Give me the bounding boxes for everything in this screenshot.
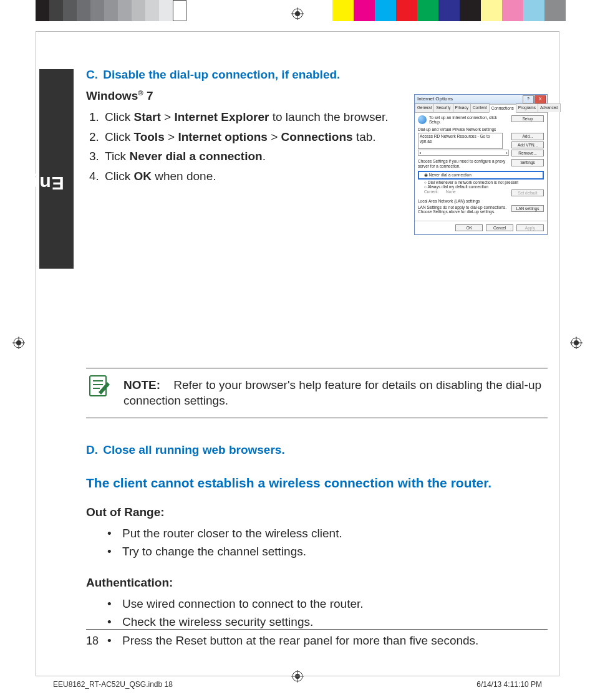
language-tab: English [39, 69, 74, 269]
section-d-heading: D. Close all running web browsers. [86, 443, 548, 457]
tab-advanced[interactable]: Advanced [538, 103, 561, 112]
list-scrollbar[interactable]: ◂▸ [418, 150, 509, 156]
note-box: NOTE: Refer to your browser's help featu… [86, 368, 548, 418]
internet-options-dialog: Internet Options ? X General Security Pr… [414, 94, 548, 235]
radio-dial-when[interactable]: ○ Dial whenever a network connection is … [418, 180, 544, 185]
dialog-tabs: General Security Privacy Content Connect… [415, 103, 547, 112]
authentication-title: Authentication: [86, 576, 548, 590]
wireless-headline: The client cannot establish a wireless c… [86, 476, 548, 491]
tab-general[interactable]: General [415, 103, 434, 112]
tab-programs[interactable]: Programs [516, 103, 538, 112]
registration-mark-icon [12, 337, 25, 349]
dialog-help-btn[interactable]: ? [523, 95, 534, 103]
tab-connections[interactable]: Connections [489, 104, 516, 112]
page-frame: English C. Disable the dial-up connectio… [36, 31, 559, 676]
radio-always-dial[interactable]: ○ Always dial my default connection [418, 185, 544, 189]
page-number: 18 [86, 629, 548, 648]
add-vpn-button[interactable]: Add VPN... [511, 141, 544, 148]
add-button[interactable]: Add... [511, 133, 544, 140]
footer-filename: EEU8162_RT-AC52U_QSG.indb 18 [53, 680, 173, 689]
list-item: Try to change the channel settings. [107, 542, 548, 560]
registration-mark-icon [291, 7, 304, 20]
svg-rect-16 [90, 376, 106, 396]
radio-never-dial[interactable]: ◉ Never dial a connection [418, 171, 544, 179]
language-tab-label: English [0, 173, 64, 194]
set-default-button[interactable]: Set default [511, 189, 544, 196]
cancel-button[interactable]: Cancel [486, 224, 513, 231]
dialog-titlebar: Internet Options ? X [415, 95, 547, 103]
list-item: Use wired connection to connect to the r… [107, 595, 548, 613]
dialog-close-btn[interactable]: X [535, 95, 546, 103]
tab-content[interactable]: Content [470, 103, 490, 112]
step-1: Click Start > Internet Explorer to launc… [102, 109, 395, 125]
settings-button[interactable]: Settings [511, 159, 544, 166]
list-item: Put the router closer to the wireless cl… [107, 524, 548, 542]
setup-button[interactable]: Setup [511, 115, 544, 122]
footer-timestamp: 6/14/13 4:11:10 PM [476, 680, 542, 689]
globe-icon [418, 115, 427, 124]
apply-button[interactable]: Apply [516, 224, 544, 231]
out-of-range-title: Out of Range: [86, 506, 548, 519]
print-footer: EEU8162_RT-AC52U_QSG.indb 18 6/14/13 4:1… [53, 680, 542, 689]
steps-list: Click Start > Internet Explorer to launc… [86, 109, 395, 185]
note-icon [86, 373, 111, 398]
tab-privacy[interactable]: Privacy [453, 103, 471, 112]
remove-button[interactable]: Remove... [511, 150, 544, 156]
out-of-range-list: Put the router closer to the wireless cl… [86, 524, 548, 561]
ok-button[interactable]: OK [455, 224, 483, 231]
tab-security[interactable]: Security [433, 103, 453, 112]
step-3: Tick Never dial a connection. [102, 148, 395, 165]
registration-mark-icon [570, 337, 583, 349]
step-4: Click OK when done. [102, 168, 395, 185]
step-2: Click Tools > Internet options > Connect… [102, 129, 395, 145]
lan-settings-button[interactable]: LAN settings [511, 205, 544, 212]
section-c-heading: C. Disable the dial-up connection, if en… [86, 68, 548, 82]
connections-list[interactable]: Access RD Network Resources - Go to vpn.… [418, 133, 503, 149]
